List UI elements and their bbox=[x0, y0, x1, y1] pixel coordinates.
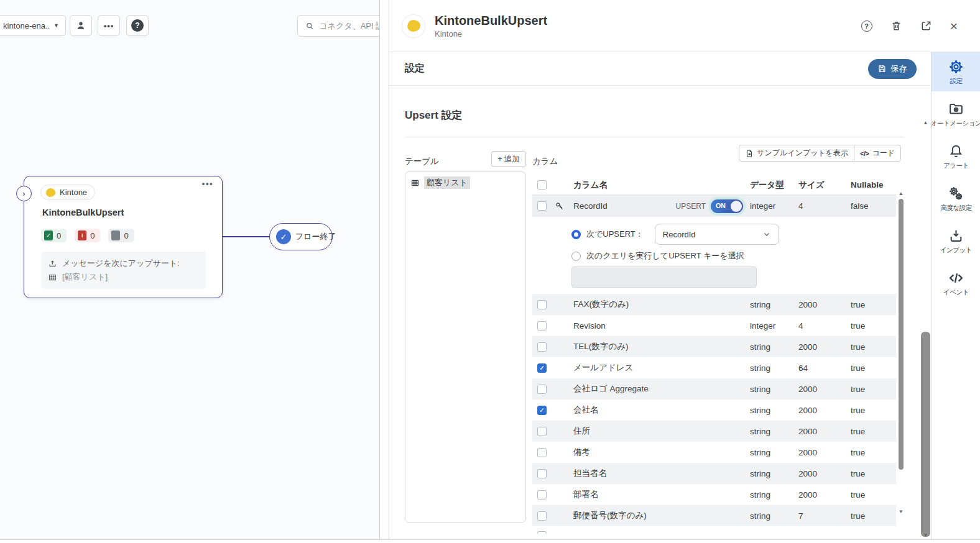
sidebar-item-events[interactable]: イベント bbox=[931, 263, 980, 303]
row-size: 2000 bbox=[798, 342, 851, 352]
row-checkbox[interactable] bbox=[537, 448, 547, 457]
canvas-search-box[interactable] bbox=[297, 15, 389, 37]
user-button[interactable] bbox=[70, 15, 92, 36]
sample-file-icon bbox=[745, 149, 754, 158]
pending-count: 0 bbox=[124, 231, 128, 240]
row-checkbox[interactable] bbox=[537, 321, 547, 331]
upsert-row-type: integer bbox=[750, 201, 798, 211]
kintone-logo-icon bbox=[46, 188, 55, 197]
scroll-down-icon[interactable]: ▼ bbox=[920, 533, 931, 538]
row-checkbox[interactable] bbox=[537, 531, 547, 534]
advanced-settings-icon bbox=[948, 186, 964, 201]
row-type: string bbox=[750, 511, 798, 521]
sidebar-item-input[interactable]: インプット bbox=[931, 221, 980, 260]
success-badge: ✓ 0 bbox=[41, 229, 67, 242]
header-nullable: Nullable bbox=[851, 180, 896, 189]
row-name: FAX(数字のみ) bbox=[573, 299, 750, 310]
row-size: 64 bbox=[798, 363, 851, 373]
flow-canvas[interactable]: kintone-ena... ▼ ••• ? › Kintone ••• Kin… bbox=[0, 0, 389, 539]
panel-scrollbar[interactable]: ▲ ▼ bbox=[920, 119, 931, 539]
chevron-down-icon bbox=[762, 230, 771, 239]
upsert-by-key-radio[interactable] bbox=[571, 230, 581, 239]
sidebar-item-settings[interactable]: 設定 bbox=[931, 52, 980, 91]
upsert-section-title: Upsert 設定 bbox=[405, 108, 904, 137]
settings-heading: 設定 bbox=[405, 62, 425, 75]
sidebar-item-label: アラート bbox=[943, 162, 969, 170]
row-checkbox[interactable] bbox=[537, 300, 547, 309]
flow-end-label: フロー終了 bbox=[295, 231, 336, 242]
scrollbar-thumb[interactable] bbox=[921, 332, 930, 537]
table-list-item[interactable]: 顧客リスト bbox=[410, 176, 520, 189]
connector-avatar bbox=[402, 14, 425, 38]
sidebar-item-label: 高度な設定 bbox=[940, 204, 971, 212]
upsert-key-select[interactable]: RecordId bbox=[655, 224, 779, 245]
flow-connector-line bbox=[222, 236, 270, 237]
row-checkbox[interactable] bbox=[537, 385, 547, 394]
row-checkbox[interactable] bbox=[537, 469, 547, 478]
kintone-logo-icon bbox=[407, 20, 420, 32]
row-checkbox[interactable] bbox=[537, 201, 547, 211]
upsert-row-size: 4 bbox=[798, 201, 851, 211]
row-checkbox[interactable] bbox=[537, 511, 547, 521]
scroll-up-icon[interactable]: ▲ bbox=[898, 191, 904, 196]
upsert-toggle[interactable]: ON bbox=[711, 199, 743, 213]
flow-end-node[interactable]: ✓ フロー終了 bbox=[269, 223, 333, 250]
node-title: KintoneBulkUpsert bbox=[42, 208, 124, 217]
delete-button[interactable] bbox=[890, 20, 902, 32]
panel-help-button[interactable]: ? bbox=[861, 21, 872, 32]
scroll-down-icon[interactable]: ▼ bbox=[898, 509, 904, 514]
toggle-knob bbox=[731, 201, 742, 212]
external-link-icon bbox=[920, 20, 932, 32]
close-icon: × bbox=[950, 21, 958, 32]
upsert-by-query-radio[interactable] bbox=[571, 252, 581, 261]
row-checkbox[interactable] bbox=[537, 490, 547, 500]
row-checkbox[interactable]: ✓ bbox=[537, 406, 547, 415]
connector-chip-label: Kintone bbox=[60, 188, 87, 197]
save-button[interactable]: 保存 bbox=[868, 59, 917, 79]
node-menu-button[interactable]: ••• bbox=[202, 179, 213, 188]
row-checkbox[interactable]: ✓ bbox=[537, 363, 547, 373]
row-name: メールアドレス bbox=[573, 362, 750, 373]
kintone-node-card[interactable]: › Kintone ••• KintoneBulkUpsert ✓ 0 ! 0 … bbox=[24, 176, 223, 298]
row-name: 住所 bbox=[573, 426, 750, 437]
code-button[interactable]: </> コード bbox=[854, 145, 900, 161]
table-row: TEL(数字のみ) string 2000 true bbox=[532, 336, 896, 357]
columns-table: カラム名 データ型 サイズ Nullable bbox=[532, 175, 896, 534]
sidebar-item-alerts[interactable]: アラート bbox=[931, 137, 980, 176]
row-size: 2000 bbox=[798, 406, 851, 415]
select-all-checkbox[interactable] bbox=[537, 180, 547, 189]
sidebar-item-label: イベント bbox=[943, 288, 969, 297]
row-name: 部署名 bbox=[573, 489, 750, 500]
add-table-button[interactable]: + 追加 bbox=[491, 151, 526, 167]
row-checkbox[interactable] bbox=[537, 427, 547, 436]
show-sample-input-button[interactable]: サンプルインプットを表示 bbox=[739, 145, 854, 161]
upsert-row-name: RecordId bbox=[573, 201, 608, 211]
node-action-line2: [顧客リスト] bbox=[62, 272, 108, 283]
scrollbar-thumb[interactable] bbox=[899, 199, 904, 470]
row-checkbox[interactable] bbox=[537, 342, 547, 352]
help-icon: ? bbox=[861, 21, 872, 32]
open-external-button[interactable] bbox=[920, 20, 932, 32]
search-input[interactable] bbox=[319, 21, 389, 30]
sidebar-item-automation[interactable]: オートメーション bbox=[931, 94, 980, 134]
columns-label: カラム bbox=[532, 156, 558, 167]
question-icon: ? bbox=[131, 19, 144, 32]
doc-error-icon: ! bbox=[78, 230, 86, 240]
trash-icon bbox=[890, 20, 902, 32]
flow-selector-dropdown[interactable]: kintone-ena... ▼ bbox=[0, 15, 66, 36]
row-size: 2000 bbox=[798, 448, 851, 457]
help-button[interactable]: ? bbox=[126, 15, 149, 36]
table-scrollbar[interactable]: ▲ ▼ bbox=[898, 191, 904, 514]
node-expand-button[interactable]: › bbox=[16, 186, 32, 201]
close-panel-button[interactable]: × bbox=[950, 21, 958, 32]
settings-scroll-area: Upsert 設定 テーブル + 追加 bbox=[389, 86, 931, 539]
sidebar-item-advanced-settings[interactable]: 高度な設定 bbox=[931, 179, 980, 218]
row-nullable: true bbox=[851, 448, 896, 457]
node-action-line1: メッセージを次にアップサート: bbox=[62, 258, 180, 269]
row-nullable: true bbox=[851, 469, 896, 478]
row-name: 会社ロゴ Aggregate bbox=[573, 383, 750, 395]
scroll-up-icon[interactable]: ▲ bbox=[920, 121, 931, 125]
more-options-button[interactable]: ••• bbox=[98, 15, 120, 36]
upsert-query-input[interactable] bbox=[571, 267, 757, 288]
save-icon bbox=[877, 64, 887, 73]
